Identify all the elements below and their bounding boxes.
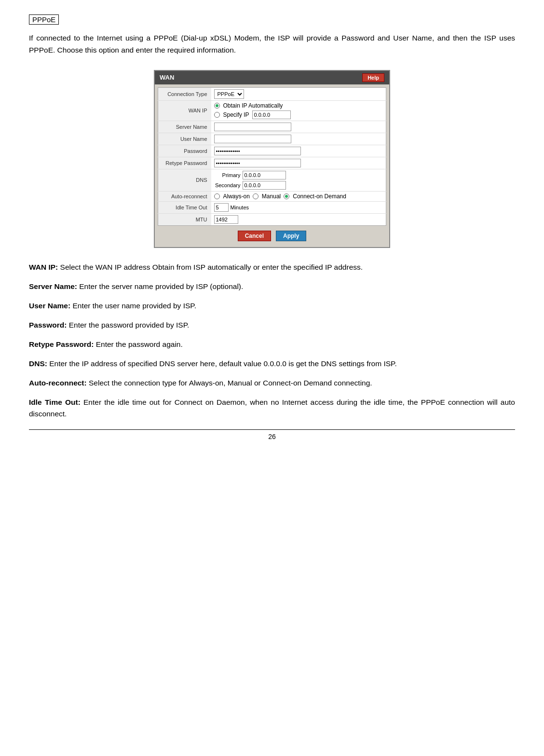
wan-ip-label: WAN IP xyxy=(158,100,211,121)
password-value xyxy=(211,145,386,157)
dns-value: Primary Secondary xyxy=(211,169,386,191)
description-section: WAN IP: Select the WAN IP address Obtain… xyxy=(29,261,515,273)
term-label: User Name: xyxy=(29,302,70,310)
table-row: Connection Type PPPoE xyxy=(158,87,386,100)
password-input[interactable] xyxy=(214,147,301,155)
description-section: Password: Enter the password provided by… xyxy=(29,319,515,331)
mtu-label: MTU xyxy=(158,213,211,225)
term-label: WAN IP: xyxy=(29,263,58,271)
term-text: Enter the password again. xyxy=(94,340,182,348)
wan-settings-table: Connection Type PPPoE WAN IP Obtain IP A… xyxy=(158,87,386,226)
term-label: DNS: xyxy=(29,359,47,368)
table-row: Auto-reconnect Always-on Manual Connect-… xyxy=(158,191,386,201)
connection-type-value: PPPoE xyxy=(211,87,386,100)
retype-password-value xyxy=(211,157,386,169)
dialog-title-bar: WAN Help xyxy=(155,71,389,84)
manual-label: Manual xyxy=(262,193,281,200)
apply-button[interactable]: Apply xyxy=(276,231,306,241)
description-section: Idle Time Out: Enter the idle time out f… xyxy=(29,397,515,420)
table-row: DNS Primary Secondary xyxy=(158,169,386,191)
term-text: Enter the server name provided by ISP (o… xyxy=(77,282,243,290)
user-name-value xyxy=(211,133,386,145)
dialog-body: Connection Type PPPoE WAN IP Obtain IP A… xyxy=(155,84,389,247)
term-label: Server Name: xyxy=(29,282,77,290)
description-section: Server Name: Enter the server name provi… xyxy=(29,281,515,292)
connection-type-select[interactable]: PPPoE xyxy=(214,89,244,99)
specify-ip-input[interactable] xyxy=(252,110,291,119)
table-row: Retype Password xyxy=(158,157,386,169)
dns-primary-input[interactable] xyxy=(243,171,286,179)
term-text: Enter the IP address of specified DNS se… xyxy=(47,359,397,368)
term-text: Enter the user name provided by ISP. xyxy=(70,302,196,310)
connection-type-label: Connection Type xyxy=(158,87,211,100)
table-row: Idle Time Out Minutes xyxy=(158,201,386,213)
dns-secondary-input[interactable] xyxy=(243,181,286,190)
cancel-button[interactable]: Cancel xyxy=(238,231,271,241)
idle-time-out-input[interactable] xyxy=(214,203,229,212)
server-name-value xyxy=(211,121,386,133)
mtu-value xyxy=(211,213,386,225)
table-row: WAN IP Obtain IP Automatically Specify I… xyxy=(158,100,386,121)
dialog-title: WAN xyxy=(160,74,174,81)
table-row: User Name xyxy=(158,133,386,145)
idle-time-out-value: Minutes xyxy=(211,201,386,213)
dns-secondary-label: Secondary xyxy=(214,182,241,188)
obtain-ip-label: Obtain IP Automatically xyxy=(223,102,283,109)
intro-paragraph: If connected to the Internet using a PPP… xyxy=(29,32,515,56)
term-text: Select the WAN IP address Obtain from IS… xyxy=(58,263,363,271)
server-name-input[interactable] xyxy=(214,123,291,131)
dns-primary-label: Primary xyxy=(214,172,241,178)
idle-time-out-label: Idle Time Out xyxy=(158,201,211,213)
user-name-input[interactable] xyxy=(214,135,291,143)
wan-ip-value: Obtain IP Automatically Specify IP xyxy=(211,100,386,121)
term-text: Enter the password provided by ISP. xyxy=(67,321,189,329)
section-title: PPPoE xyxy=(29,14,59,25)
term-label: Auto-reconnect: xyxy=(29,379,87,387)
connect-on-demand-label: Connect-on Demand xyxy=(293,193,346,200)
manual-radio[interactable] xyxy=(253,193,258,199)
password-label: Password xyxy=(158,145,211,157)
term-label: Password: xyxy=(29,321,67,329)
auto-reconnect-label: Auto-reconnect xyxy=(158,191,211,201)
description-section: Auto-reconnect: Select the connection ty… xyxy=(29,377,515,389)
mtu-input[interactable] xyxy=(214,215,238,224)
term-label: Idle Time Out: xyxy=(29,398,81,406)
retype-password-input[interactable] xyxy=(214,159,301,167)
connect-on-demand-radio[interactable] xyxy=(284,193,289,199)
always-on-label: Always-on xyxy=(223,193,250,200)
description-section: DNS: Enter the IP address of specified D… xyxy=(29,358,515,370)
term-text: Enter the idle time out for Connect on D… xyxy=(29,398,515,418)
always-on-radio[interactable] xyxy=(214,193,220,199)
term-text: Select the connection type for Always-on… xyxy=(87,379,372,387)
idle-time-unit: Minutes xyxy=(231,205,249,210)
specify-ip-label: Specify IP xyxy=(223,111,249,118)
description-section: Retype Password: Enter the password agai… xyxy=(29,339,515,350)
help-button[interactable]: Help xyxy=(362,73,384,82)
table-row: MTU xyxy=(158,213,386,225)
user-name-label: User Name xyxy=(158,133,211,145)
table-row: Password xyxy=(158,145,386,157)
term-label: Retype Password: xyxy=(29,340,94,348)
auto-reconnect-value: Always-on Manual Connect-on Demand xyxy=(211,191,386,201)
specify-ip-radio[interactable] xyxy=(214,112,220,118)
table-row: Server Name xyxy=(158,121,386,133)
description-section: User Name: Enter the user name provided … xyxy=(29,300,515,312)
server-name-label: Server Name xyxy=(158,121,211,133)
button-row: Cancel Apply xyxy=(158,228,386,244)
wan-dialog: WAN Help Connection Type PPPoE WAN IP xyxy=(154,70,390,248)
dns-label: DNS xyxy=(158,169,211,191)
page-footer: 26 xyxy=(29,429,515,440)
obtain-ip-radio[interactable] xyxy=(214,103,220,109)
retype-password-label: Retype Password xyxy=(158,157,211,169)
page-number: 26 xyxy=(268,433,276,440)
